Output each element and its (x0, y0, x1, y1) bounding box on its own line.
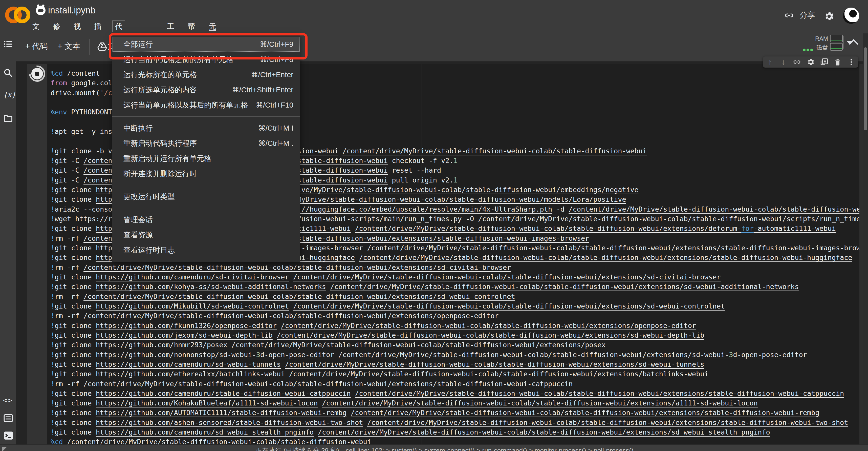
code-line[interactable]: !git clone https://github.com/jexom/sd-w… (51, 331, 863, 340)
menu-item-查看运行时日志[interactable]: 查看运行时日志 (112, 242, 300, 258)
github-icon-face (38, 9, 43, 12)
menu-item-查看资源[interactable]: 查看资源 (112, 227, 300, 242)
code-line[interactable]: !git clone https://github.com/camenduru/… (51, 360, 863, 369)
move-cell-down-icon[interactable]: ↓ (779, 58, 788, 66)
notebook-title[interactable]: install.ipynb (48, 5, 96, 16)
avatar[interactable] (843, 8, 859, 24)
menu-item-运行光标所在的单元格[interactable]: 运行光标所在的单元格⌘/Ctrl+Enter (112, 67, 300, 82)
copy-link-to-cell-icon[interactable] (793, 58, 801, 66)
code-token: rm -rf (55, 234, 84, 242)
cell-more-options-kebab-icon[interactable] (847, 58, 856, 66)
code-token: /content/drive/MyDrive/stable-diffusion-… (84, 312, 499, 320)
share-button[interactable]: 分享 (784, 10, 815, 22)
menu-edit[interactable]: 修改 (51, 21, 63, 32)
code-line[interactable]: !rm -rf /content/drive/MyDrive/stable-di… (51, 379, 863, 389)
code-token: /content/drive/MyDrive/stable-diffusion-… (359, 253, 852, 262)
page-scrollbar-thumb[interactable] (864, 47, 867, 130)
code-line[interactable]: !git clone https://github.com/camenduru/… (51, 389, 863, 398)
menu-item-运行当前单元格以及其后的所有单元格[interactable]: 运行当前单元格以及其后的所有单元格⌘/Ctrl+F10 (112, 97, 300, 113)
code-token (363, 419, 367, 426)
code-token (273, 331, 277, 339)
link-icon (784, 10, 794, 21)
code-token: git clone (55, 322, 96, 330)
code-token: d-open-pose-editor (260, 351, 334, 359)
menu-item-更改运行时类型[interactable]: 更改运行时类型 (112, 189, 300, 204)
code-token: /content/drive/MyDrive/stable-diffusion-… (293, 273, 721, 281)
menu-help[interactable]: 帮助 (185, 21, 197, 32)
editor-scrollbar[interactable] (859, 64, 863, 444)
code-line[interactable]: !git clone https://github.com/nonnonstop… (51, 350, 863, 360)
command-palette-icon[interactable] (3, 413, 13, 423)
code-line[interactable]: !git clone https://github.com/hnmr293/po… (51, 340, 863, 350)
menu-item-重新启动并运行所有单元格[interactable]: 重新启动并运行所有单元格 (112, 151, 300, 166)
variables-icon[interactable]: {x} (3, 91, 13, 101)
menu-item-中断执行[interactable]: 中断执行⌘/Ctrl+M I (112, 120, 300, 136)
code-token: checkout -f v2. (388, 157, 454, 164)
code-line[interactable]: !git clone https://github.com/fkunn1326/… (51, 321, 863, 331)
cell-toolbar: ↑ ↓ (763, 56, 858, 67)
cell-settings-gear-icon[interactable] (806, 58, 815, 66)
move-cell-up-icon[interactable]: ↑ (766, 58, 774, 66)
code-token: %env (51, 108, 67, 116)
code-line[interactable]: !git clone https://github.com/etherealxx… (51, 369, 863, 379)
files-folder-icon[interactable] (3, 113, 13, 123)
table-of-contents-icon[interactable] (3, 39, 13, 49)
code-token: ! (51, 360, 55, 368)
code-token: ! (51, 351, 55, 359)
menu-tools[interactable]: 工具 (164, 21, 177, 32)
code-token: /content/drive/MyDrive/stable-diffusion-… (67, 438, 371, 444)
code-line[interactable]: !git clone https://github.com/kohya-ss/s… (51, 282, 863, 292)
code-line[interactable]: !git clone https://github.com/camenduru/… (51, 272, 863, 282)
code-line[interactable]: !rm -rf /content/drive/MyDrive/stable-di… (51, 263, 863, 272)
menu-runtime[interactable]: 代码执行程序 (113, 21, 125, 32)
code-token: /content/drive/MyDrive/stable-diffusion-… (367, 244, 863, 252)
ram-usage-sparkline (830, 35, 843, 42)
add-code-button[interactable]: + 代码 (25, 41, 48, 52)
menu-item-断开连接并删除运行时[interactable]: 断开连接并删除运行时 (112, 166, 300, 181)
add-text-button[interactable]: + 文本 (58, 41, 80, 52)
code-token: %cd (51, 438, 63, 444)
code-token (63, 438, 67, 444)
search-icon[interactable] (3, 68, 13, 78)
code-line[interactable]: !rm -rf /content/drive/MyDrive/stable-di… (51, 292, 863, 301)
code-line[interactable]: !git clone https://github.com/ashen-sens… (51, 418, 863, 427)
code-token: /content/drive/MyDrive/stable-diffusion-… (322, 399, 758, 407)
code-token: rm -rf (55, 293, 84, 300)
toolbar-divider (89, 39, 90, 55)
menu-file[interactable]: 文件 (30, 21, 42, 32)
code-line[interactable]: !git clone https://github.com/KohakuBlue… (51, 398, 863, 408)
code-line[interactable]: !git clone https://github.com/AUTOMATIC1… (51, 408, 863, 418)
code-token: /content/drive/MyDrive/stable-diffusion-… (338, 351, 729, 359)
code-token: d-open-pose-editor (733, 351, 807, 359)
settings-gear-icon[interactable] (824, 11, 835, 22)
menu-view[interactable]: 视图 (71, 21, 84, 32)
colab-logo-icon[interactable] (5, 6, 26, 24)
save-status[interactable]: 无法保存更改 (206, 21, 219, 32)
runtime-menu-dropdown: 全部运行⌘/Ctrl+F9运行当前单元格之前的所有单元格⌘/Ctrl+F8运行光… (112, 35, 300, 262)
github-icon (36, 6, 45, 15)
code-token: ! (51, 293, 55, 300)
menu-item-运行所选单元格的内容[interactable]: 运行所选单元格的内容⌘/Ctrl+Shift+Enter (112, 82, 300, 97)
execution-status-text: 正在执行 (已持续 6 分 29 秒) cell line: 102: > sy… (255, 446, 633, 451)
code-snippets-icon[interactable]: <> (3, 396, 13, 406)
code-token: git clone (55, 253, 96, 262)
code-line[interactable]: %cd /content/drive/MyDrive/stable-diffus… (51, 437, 863, 444)
code-token: /content/drive/MyDrive/stable-diffusion-… (367, 419, 848, 426)
code-line[interactable]: !git clone https://github.com/camenduru/… (51, 427, 863, 437)
menu-item-重新启动代码执行程序[interactable]: 重新启动代码执行程序⌘/Ctrl+M . (112, 136, 300, 151)
delete-cell-trash-icon[interactable] (833, 58, 842, 66)
code-line[interactable]: !git clone https://github.com/Mikubill/s… (51, 301, 863, 311)
code-token: 1 (454, 176, 458, 184)
stop-cell-button[interactable] (29, 65, 45, 82)
code-line[interactable]: !rm -rf /content/drive/MyDrive/stable-di… (51, 311, 863, 321)
disk-label: 磁盘 (814, 43, 828, 51)
code-token: wget (55, 215, 75, 223)
menu-item-管理会话[interactable]: 管理会话 (112, 212, 300, 227)
open-in-tab-icon[interactable] (820, 58, 829, 66)
code-token: git clone (55, 224, 96, 232)
code-token: ! (51, 312, 55, 320)
cell-gutter (27, 64, 47, 444)
terminal-icon[interactable] (3, 430, 13, 440)
code-token: ! (51, 390, 55, 397)
menu-insert[interactable]: 插入 (92, 21, 104, 32)
